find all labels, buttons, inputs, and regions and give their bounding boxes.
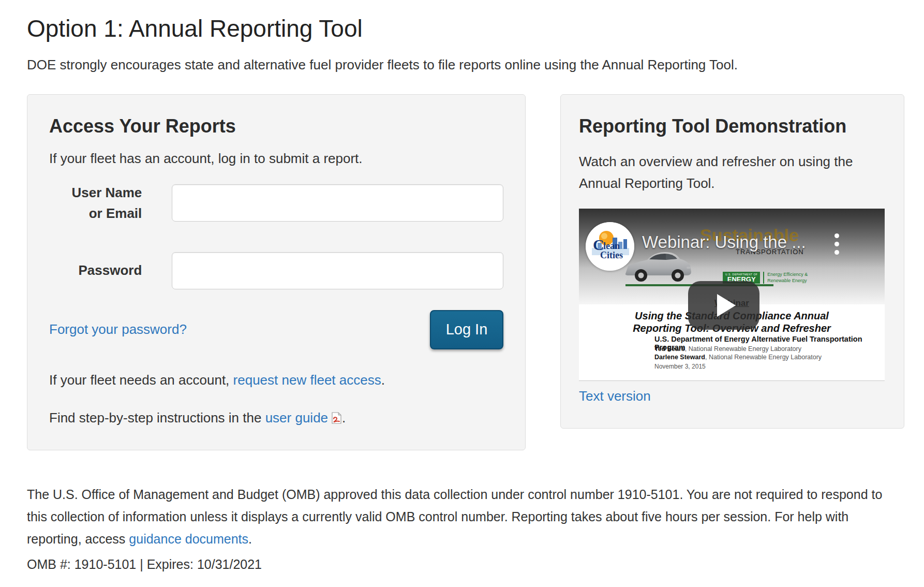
omb-paragraph: The U.S. Office of Management and Budget… [27, 483, 902, 550]
slide-presenters: Ted Sears, National Renewable Energy Lab… [654, 345, 822, 362]
svg-text:lean: lean [603, 241, 620, 251]
username-label-line1: User Name [71, 185, 142, 200]
user-guide-suffix: . [342, 410, 346, 425]
slide-date: November 3, 2015 [654, 363, 706, 370]
omb-number-line: OMB #: 1910-5101 | Expires: 10/31/2021 [27, 557, 262, 572]
access-panel-heading: Access Your Reports [49, 115, 503, 137]
demo-panel: Reporting Tool Demonstration Watch an ov… [560, 94, 904, 429]
request-access-line: If your fleet needs an account, request … [49, 372, 503, 388]
presenter-1-name: Ted Sears [654, 345, 685, 353]
page-subtitle: DOE strongly encourages state and altern… [27, 57, 738, 73]
username-label: User Nameor Email [49, 182, 142, 224]
user-guide-prefix: Find step-by-step instructions in the [49, 410, 265, 425]
kebab-menu-icon[interactable] [834, 233, 839, 258]
username-input[interactable] [172, 184, 503, 222]
password-input[interactable] [172, 252, 503, 289]
login-button[interactable]: Log In [430, 310, 503, 349]
access-reports-panel: Access Your Reports If your fleet has an… [27, 94, 526, 450]
eere-office-text: Energy Efficiency &Renewable Energy [763, 272, 808, 284]
login-action-row: Forgot your password? Log In [49, 310, 503, 349]
kebab-dot [834, 250, 839, 255]
demo-panel-heading: Reporting Tool Demonstration [579, 115, 885, 137]
demo-panel-intro: Watch an overview and refresher on using… [579, 151, 885, 194]
pdf-icon [331, 412, 342, 424]
play-icon [717, 294, 736, 317]
presenter-2-org: , National Renewable Energy Laboratory [705, 354, 822, 361]
request-access-prefix: If your fleet needs an account, [49, 372, 233, 388]
guidance-documents-link[interactable]: guidance documents [129, 532, 248, 546]
presenter-2-name: Darlene Steward [654, 354, 705, 361]
clean-cities-logo: C lean Cities [586, 222, 634, 271]
presenter-2: Darlene Steward, National Renewable Ener… [654, 353, 822, 361]
user-guide-line: Find step-by-step instructions in the us… [49, 410, 503, 426]
page: Option 1: Annual Reporting Tool DOE stro… [0, 0, 924, 587]
presenter-1-org: , National Renewable Energy Laboratory [685, 345, 801, 353]
user-guide-link[interactable]: user guide [265, 410, 328, 425]
username-label-line2: or Email [89, 206, 142, 221]
video-overlay-title: Webinar: Using the ... [642, 232, 806, 252]
clean-cities-avatar[interactable]: C lean Cities [586, 222, 634, 271]
text-version-link[interactable]: Text version [579, 388, 651, 404]
svg-text:Cities: Cities [600, 250, 623, 260]
access-panel-intro: If your fleet has an account, log in to … [49, 151, 503, 167]
eere-office-line1: Energy Efficiency & [767, 272, 808, 277]
webinar-video-player[interactable]: Sustainable TRANSPORTATION U.S. DEPAR [579, 209, 885, 381]
play-button[interactable] [688, 281, 759, 330]
omb-paragraph-suffix: . [248, 532, 252, 546]
kebab-dot [834, 242, 839, 246]
kebab-dot [834, 233, 839, 238]
forgot-password-link[interactable]: Forgot your password? [49, 321, 187, 337]
password-row: Password [49, 252, 503, 289]
password-label: Password [49, 260, 142, 281]
username-row: User Nameor Email [49, 182, 503, 224]
presenter-1: Ted Sears, National Renewable Energy Lab… [654, 345, 822, 353]
eere-office-line2: Renewable Energy [767, 278, 807, 283]
request-access-suffix: . [381, 372, 385, 388]
request-access-link[interactable]: request new fleet access [233, 372, 381, 388]
page-title: Option 1: Annual Reporting Tool [27, 14, 363, 42]
